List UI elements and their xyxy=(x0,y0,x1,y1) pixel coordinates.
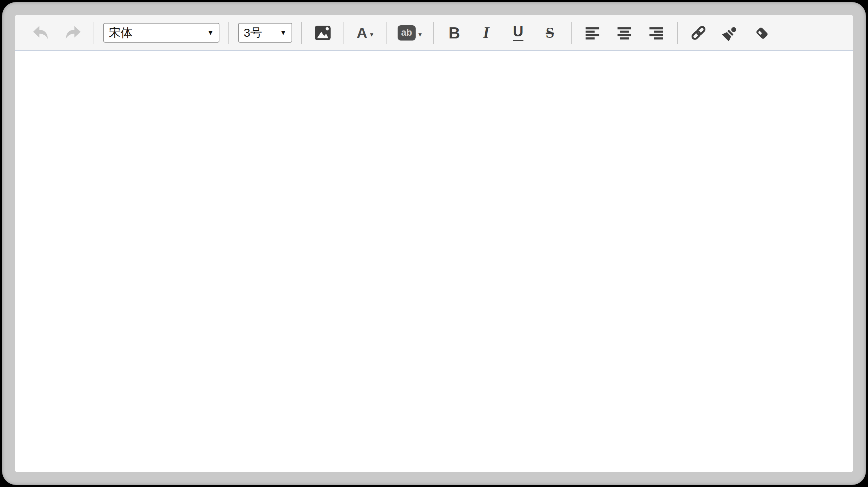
font-size-select[interactable]: 3号 ▼ xyxy=(238,23,292,43)
align-center-icon xyxy=(615,24,633,42)
select-arrow-icon: ▼ xyxy=(280,29,287,37)
align-left-button[interactable] xyxy=(583,20,602,46)
toolbar-divider xyxy=(228,22,229,44)
align-right-icon xyxy=(647,24,665,42)
font-family-select[interactable]: 宋体 ▼ xyxy=(103,23,219,43)
align-left-icon xyxy=(583,24,601,42)
paint-brush-icon xyxy=(721,24,739,42)
font-color-button[interactable]: A ▾ xyxy=(355,20,375,46)
clear-format-button[interactable] xyxy=(753,20,772,46)
bold-icon: B xyxy=(449,24,460,42)
toolbar-divider xyxy=(301,22,302,44)
link-icon xyxy=(689,24,708,42)
toolbar-divider xyxy=(433,22,434,44)
select-arrow-icon: ▼ xyxy=(207,29,214,37)
dropdown-arrow-icon: ▾ xyxy=(370,30,373,38)
underline-button[interactable]: U xyxy=(509,20,528,46)
format-brush-button[interactable] xyxy=(721,20,740,46)
redo-button[interactable] xyxy=(63,20,83,46)
align-center-button[interactable] xyxy=(615,20,634,46)
undo-icon xyxy=(32,24,50,42)
toolbar-divider xyxy=(386,22,387,44)
undo-button[interactable] xyxy=(31,20,51,46)
highlight-badge-icon: ab xyxy=(398,25,416,41)
insert-link-button[interactable] xyxy=(689,20,708,46)
editor-toolbar: 宋体 ▼ 3号 ▼ xyxy=(15,15,853,51)
editor-content[interactable] xyxy=(15,51,853,472)
toolbar-divider xyxy=(677,22,678,44)
rich-text-editor: 宋体 ▼ 3号 ▼ xyxy=(15,15,853,472)
toolbar-divider xyxy=(344,22,344,44)
underline-icon: U xyxy=(513,24,523,41)
window-frame: 宋体 ▼ 3号 ▼ xyxy=(2,2,866,485)
font-color-label: A xyxy=(357,26,367,40)
editor-window: 宋体 ▼ 3号 ▼ xyxy=(0,0,868,487)
strikethrough-icon: S xyxy=(546,24,554,42)
strikethrough-button[interactable]: S xyxy=(540,20,560,46)
highlight-color-button[interactable]: ab ▾ xyxy=(398,20,422,46)
italic-button[interactable]: I xyxy=(477,20,496,46)
image-icon xyxy=(314,24,332,42)
bold-button[interactable]: B xyxy=(445,20,464,46)
align-right-button[interactable] xyxy=(646,20,666,46)
redo-icon xyxy=(63,24,82,42)
toolbar-divider xyxy=(94,22,94,44)
font-family-value: 宋体 xyxy=(109,25,132,41)
font-size-value: 3号 xyxy=(244,25,262,41)
eraser-icon xyxy=(753,24,771,42)
insert-image-button[interactable] xyxy=(313,20,332,46)
dropdown-arrow-icon: ▾ xyxy=(418,30,422,38)
toolbar-divider xyxy=(571,22,572,44)
italic-icon: I xyxy=(483,24,489,42)
